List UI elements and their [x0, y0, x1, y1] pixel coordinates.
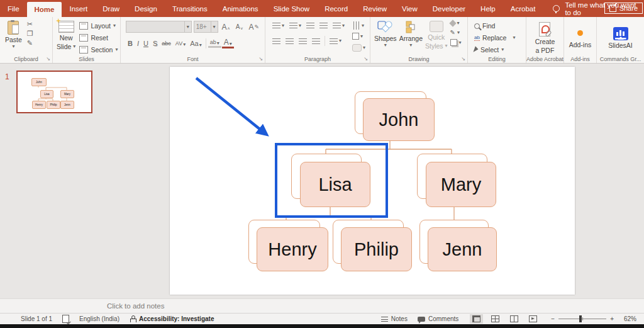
align-center-button[interactable] [284, 37, 296, 45]
increase-indent-button[interactable] [318, 21, 330, 30]
decrease-indent-button[interactable] [304, 21, 316, 30]
cut-button[interactable]: ✂ [27, 21, 33, 28]
shapes-button[interactable]: Shapes ▾ [374, 18, 397, 47]
convert-smartart-button[interactable]: ▾ [350, 43, 367, 53]
slidesai-icon [613, 27, 628, 40]
share-button[interactable]: Share [604, 3, 643, 14]
highlight-color-button[interactable]: ab ▾ [208, 38, 221, 48]
clipboard-dialog-launcher[interactable]: ↘ [46, 57, 50, 62]
arrange-button[interactable]: Arrange ▾ [399, 18, 423, 47]
notes-toggle-button[interactable]: Notes [376, 314, 413, 324]
bullets-icon [272, 23, 280, 28]
find-button[interactable]: Find [474, 21, 526, 31]
tab-help[interactable]: Help [473, 0, 503, 17]
shape-outline-button[interactable]: ✎▾ [450, 29, 462, 36]
font-size-combobox[interactable]: 18+ ▾ [194, 21, 218, 33]
chevron-down-icon: ▾ [384, 43, 387, 47]
replace-button[interactable]: ab Replace ▾ [474, 33, 526, 43]
tab-view[interactable]: View [394, 0, 425, 17]
character-spacing-button[interactable]: AV ▾ [174, 40, 187, 47]
font-color-button[interactable]: A ▾ [222, 38, 234, 48]
slide-canvas[interactable]: John Lisa Mary Henry Philip Jenn [170, 67, 575, 295]
smartart-icon [352, 44, 362, 52]
section-button[interactable]: Section ▾ [79, 44, 118, 55]
font-dialog-launcher[interactable]: ↘ [258, 57, 263, 62]
chevron-down-icon: ▾ [459, 41, 462, 45]
addins-button[interactable]: Add-ins [569, 25, 592, 48]
italic-button[interactable]: I [135, 39, 141, 48]
strikethrough-button[interactable]: abc [160, 40, 173, 47]
annotation-arrow[interactable] [170, 67, 575, 295]
copy-button[interactable]: ❐ [27, 30, 33, 37]
align-right-button[interactable] [297, 37, 309, 45]
shape-effects-button[interactable]: ▾ [450, 39, 462, 46]
line-spacing-button[interactable]: ▾ [331, 21, 347, 30]
select-button[interactable]: Select ▾ [474, 45, 526, 55]
quick-styles-button[interactable]: Quick Styles ▾ [425, 18, 448, 50]
zoom-slider[interactable] [558, 319, 606, 319]
shrink-font-button[interactable]: A ˅ [234, 23, 245, 31]
zoom-out-button[interactable]: − [551, 315, 555, 322]
tab-home[interactable]: Home [27, 2, 62, 17]
tab-design[interactable]: Design [127, 0, 165, 17]
reading-view-button[interactable] [508, 314, 521, 324]
numbering-button[interactable]: ▾ [287, 21, 303, 30]
grow-font-letter: A [222, 23, 227, 31]
change-case-button[interactable]: Aa ▾ [188, 39, 203, 48]
zoom-level[interactable]: 62% [619, 314, 644, 324]
tab-insert[interactable]: Insert [62, 0, 95, 17]
new-slide-button[interactable]: New Slide ▾ [57, 18, 75, 50]
tab-draw[interactable]: Draw [95, 0, 127, 17]
group-paragraph: ▾ ▾ ▾ ▾ ▾ [265, 17, 370, 63]
proofing-button[interactable] [57, 314, 74, 324]
tab-animations[interactable]: Animations [215, 0, 266, 17]
shape-fill-button[interactable]: ▾ [450, 21, 462, 26]
thumb-node-john-label: John [36, 81, 42, 84]
tab-slide-show[interactable]: Slide Show [266, 0, 318, 17]
align-text-button[interactable]: ▾ [350, 31, 367, 41]
underline-button[interactable]: U [142, 39, 150, 48]
slidesai-button[interactable]: SlidesAI [608, 25, 633, 49]
tab-record[interactable]: Record [317, 0, 355, 17]
notes-pane[interactable]: Click to add notes [0, 298, 644, 313]
chevron-down-icon: ▾ [12, 45, 14, 48]
zoom-in-button[interactable]: + [610, 315, 614, 322]
chevron-down-icon: ▾ [457, 21, 460, 25]
bullets-button[interactable]: ▾ [270, 21, 286, 30]
paste-button[interactable]: Paste ▾ [5, 18, 22, 48]
font-color-letter: A [224, 38, 229, 46]
accessibility-button[interactable]: Accessibility: Investigate [125, 314, 219, 324]
increase-indent-icon [319, 23, 328, 28]
language-button[interactable]: English (India) [74, 314, 125, 324]
layout-button[interactable]: Layout ▾ [79, 20, 118, 31]
text-direction-button[interactable]: ▾ [350, 21, 367, 30]
justify-button[interactable] [310, 37, 322, 45]
grow-font-button[interactable]: A ˄ [220, 23, 232, 31]
align-left-icon [272, 38, 280, 44]
columns-button[interactable]: ▾ [328, 37, 343, 45]
drawing-dialog-launcher[interactable]: ↘ [461, 57, 465, 62]
lightbulb-icon [553, 5, 560, 12]
reset-button[interactable]: Reset [79, 32, 118, 43]
bold-button[interactable]: B [126, 39, 135, 48]
thumb-node-lisa-label: Lisa [44, 93, 49, 96]
share-label: Share [619, 4, 638, 12]
font-name-combobox[interactable]: ▾ [126, 21, 192, 33]
slideshow-view-button[interactable] [526, 314, 540, 324]
tab-review[interactable]: Review [355, 0, 394, 17]
create-pdf-button[interactable]: Create a PDF [535, 20, 555, 54]
paragraph-dialog-launcher[interactable]: ↘ [364, 57, 368, 62]
text-shadow-button[interactable]: S [151, 39, 159, 48]
align-left-button[interactable] [270, 37, 282, 45]
zoom-slider-handle[interactable] [579, 315, 582, 322]
tab-file[interactable]: File [0, 0, 27, 17]
tab-developer[interactable]: Developer [425, 0, 473, 17]
tab-acrobat[interactable]: Acrobat [503, 0, 543, 17]
slide-thumbnail[interactable]: John Lisa Mary Henry Philip Jenn [16, 71, 92, 113]
clear-formatting-button[interactable]: A ✎ [247, 23, 261, 31]
tab-transitions[interactable]: Transitions [165, 0, 215, 17]
normal-view-button[interactable] [470, 314, 483, 324]
format-painter-button[interactable]: ✎ [27, 40, 33, 47]
slide-sorter-view-button[interactable] [489, 314, 502, 324]
comments-toggle-button[interactable]: Comments [413, 314, 464, 324]
